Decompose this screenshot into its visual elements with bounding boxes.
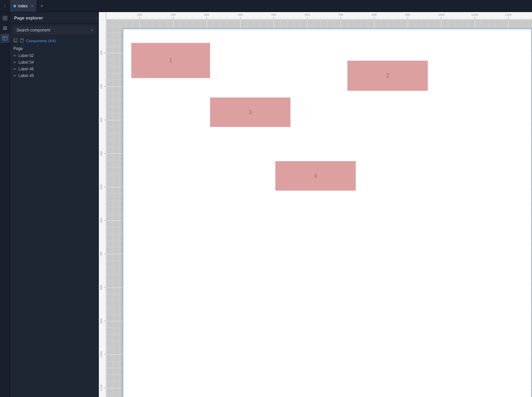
svg-point-18 [79, 62, 80, 63]
eye-icon-2[interactable] [77, 60, 81, 64]
ruler-horizontal: 100 200 300 400 500 600 700 800 [106, 12, 532, 19]
guide-right [531, 29, 532, 397]
components-icon [3, 36, 7, 41]
lock-icon-3[interactable] [82, 67, 86, 71]
pencil-icon-2: ✏ [13, 60, 16, 65]
tab-close-button[interactable]: × [31, 4, 33, 8]
eye-icon-3[interactable] [77, 67, 81, 71]
svg-rect-19 [83, 62, 85, 64]
top-bar: ‹ index × + [0, 0, 532, 12]
layer-name-2: Label 54 [18, 60, 76, 65]
svg-text:600: 600 [305, 13, 310, 16]
svg-rect-1 [5, 16, 7, 18]
layer-list: ✏ Label 62 ✕ ✏ Label 54 [10, 52, 98, 79]
paste-icon[interactable] [20, 38, 24, 44]
svg-rect-27 [83, 75, 85, 77]
components-icon-btn[interactable] [0, 34, 10, 43]
svg-point-14 [79, 55, 80, 56]
guide-left [123, 29, 123, 397]
lock-icon-2[interactable] [82, 60, 86, 65]
canvas-bg: 1 2 3 4 [106, 19, 532, 397]
layer-name-1: Label 62 [18, 53, 76, 58]
eye-icon-4[interactable] [77, 74, 81, 78]
svg-text:200: 200 [99, 84, 103, 89]
svg-text:700: 700 [99, 251, 103, 256]
panel-title: Page explorer [10, 12, 98, 23]
tab-dot [13, 5, 16, 7]
copy-all-icon[interactable] [13, 38, 18, 44]
layer-item[interactable]: ✏ Label 54 ✕ [10, 59, 98, 66]
canvas-box-4[interactable]: 4 [275, 161, 356, 191]
delete-icon-3[interactable]: ✕ [92, 67, 95, 71]
svg-rect-15 [83, 55, 85, 57]
svg-text:300: 300 [204, 13, 209, 16]
svg-rect-25 [88, 67, 90, 70]
delete-icon-1[interactable]: ✕ [92, 54, 95, 58]
svg-text:1100: 1100 [99, 385, 103, 391]
pages-icon-btn[interactable] [0, 13, 10, 23]
lock-icon-4[interactable] [82, 73, 86, 78]
canvas-scroll[interactable]: 1 2 3 4 [106, 19, 532, 397]
svg-rect-11 [14, 39, 17, 42]
main-content: Page explorer Search component × Compone… [0, 12, 532, 397]
page-canvas: 1 2 3 4 [123, 29, 532, 397]
copy-icon-3[interactable] [87, 67, 91, 71]
collapse-icon: ‹ [4, 4, 6, 8]
box-label-3: 3 [249, 109, 252, 116]
pencil-icon-3: ✏ [13, 67, 16, 71]
search-clear-button[interactable]: × [91, 28, 93, 32]
canvas-box-1[interactable]: 1 [131, 43, 210, 78]
collapse-button[interactable]: ‹ [0, 0, 10, 12]
svg-rect-13 [21, 39, 23, 40]
search-bar: Search component × [13, 26, 95, 34]
svg-text:400: 400 [99, 151, 103, 156]
svg-text:600: 600 [99, 218, 103, 223]
copy-icon-1[interactable] [87, 54, 91, 58]
layer-item[interactable]: ✏ Label 49 ✕ [10, 72, 98, 79]
svg-text:1200: 1200 [505, 13, 512, 16]
svg-rect-5 [3, 28, 7, 28]
pages-icon [3, 16, 7, 20]
ruler-vertical: 100 200 300 400 500 600 700 800 [99, 19, 106, 397]
copy-icon-2[interactable] [87, 60, 91, 65]
canvas-box-3[interactable]: 3 [210, 97, 290, 127]
components-count-label: Components (4/4) [26, 39, 56, 43]
svg-text:500: 500 [271, 13, 276, 16]
eye-icon-1[interactable] [77, 54, 81, 58]
layer-name-4: Label 49 [18, 73, 76, 78]
tab-index[interactable]: index × [10, 0, 37, 12]
svg-rect-7 [3, 36, 7, 40]
svg-rect-29 [88, 74, 90, 76]
box-label-2: 2 [386, 72, 389, 79]
svg-rect-4 [3, 26, 7, 27]
search-input[interactable]: Search component [13, 26, 95, 34]
pencil-icon-4: ✏ [13, 74, 16, 78]
ruler-v-svg: 100 200 300 400 500 600 700 800 [99, 19, 106, 397]
layers-icon-btn[interactable] [0, 23, 10, 33]
ruler-h-svg: 100 200 300 400 500 600 700 800 [106, 12, 532, 19]
tab-add-button[interactable]: + [37, 3, 47, 9]
svg-text:1000: 1000 [99, 351, 103, 358]
svg-text:1000: 1000 [438, 13, 445, 16]
svg-text:900: 900 [99, 318, 103, 323]
page-explorer-panel: Page explorer Search component × Compone… [10, 12, 99, 397]
layers-icon [3, 26, 7, 30]
layer-item[interactable]: ✏ Label 62 ✕ [10, 52, 98, 59]
svg-text:500: 500 [99, 184, 103, 189]
svg-rect-21 [88, 61, 90, 63]
ruler-corner [99, 12, 106, 19]
canvas-area: 100 200 300 400 500 600 700 800 [99, 12, 532, 397]
layer-item[interactable]: ✏ Label 46 ✕ [10, 66, 98, 72]
canvas-box-2[interactable]: 2 [347, 61, 428, 91]
svg-text:100: 100 [99, 50, 103, 55]
copy-icon-4[interactable] [87, 74, 91, 78]
box-label-1: 1 [169, 57, 172, 64]
svg-rect-2 [3, 18, 5, 20]
guide-top [123, 29, 532, 29]
delete-icon-4[interactable]: ✕ [92, 74, 95, 78]
lock-icon-1[interactable] [82, 53, 86, 58]
svg-text:200: 200 [171, 13, 176, 16]
delete-icon-2[interactable]: ✕ [92, 60, 95, 65]
tabs-area: index × + [10, 0, 532, 12]
svg-rect-3 [5, 18, 7, 20]
